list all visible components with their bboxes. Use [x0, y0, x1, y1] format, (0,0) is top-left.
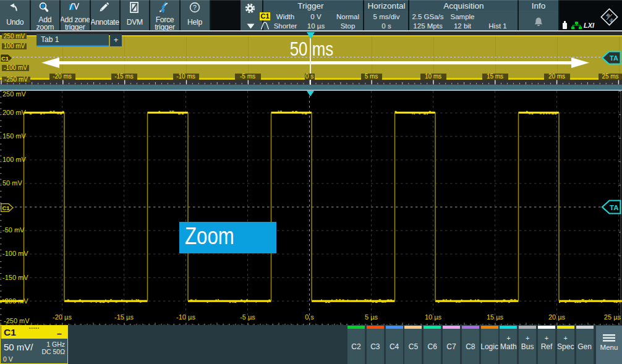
svg-text:S: S — [608, 17, 615, 23]
svg-text:TA: TA — [610, 204, 618, 211]
svg-text:?: ? — [193, 4, 197, 11]
svg-text:C1: C1 — [2, 204, 10, 211]
svg-text:TA: TA — [610, 54, 618, 62]
svg-text:C1: C1 — [1, 55, 9, 62]
